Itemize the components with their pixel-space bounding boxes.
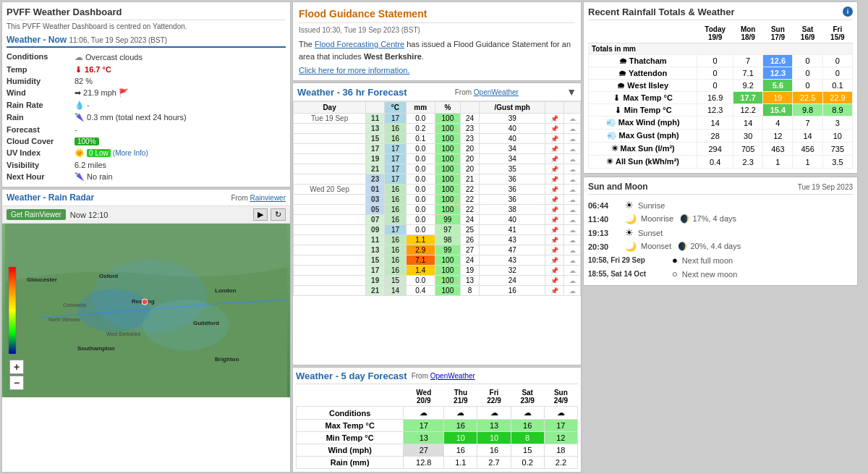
all-sun-fri: 3.5 — [822, 156, 852, 169]
forecast-hum-cell: 100 — [435, 154, 460, 164]
humidity-value: 82 % — [75, 76, 286, 86]
westilsley-today: 0 — [697, 80, 733, 92]
max-gust-sun: 12 — [763, 130, 793, 143]
f5-row-label: Max Temp °C — [297, 420, 404, 432]
forecast-icon1-cell: 📌 — [545, 266, 564, 276]
forecast-rain-cell: 1.4 — [406, 266, 435, 276]
westilsley-label: 🌧 West Ilsley — [589, 80, 697, 92]
forecast-day-cell — [294, 266, 366, 276]
get-rainviewer-button[interactable]: Get RainViewer — [7, 209, 66, 220]
table-row: 13 16 2.9 99 27 47 📌 ☁ — [294, 245, 581, 255]
yattendon-label: 🌧 Yattendon — [589, 67, 697, 80]
forecast-time-cell: 01 — [366, 185, 385, 195]
flood-forecasting-centre-link[interactable]: Flood Forecasting Centre — [315, 40, 404, 48]
forecast-day-cell — [294, 124, 366, 134]
forecast-wind-cell: 25 — [460, 225, 479, 235]
uv-badge: 0 Low — [87, 149, 111, 157]
forecast36-source-link[interactable]: OpenWeather — [474, 88, 519, 96]
min-temp-today: 12.3 — [697, 104, 733, 117]
zoom-in-button[interactable]: + — [9, 360, 24, 374]
forecast-temp-cell: 16 — [385, 235, 407, 245]
f5-cell: 17 — [404, 420, 444, 432]
radar-controls: ▶ ↻ — [253, 208, 286, 221]
zoom-out-button[interactable]: − — [9, 376, 24, 390]
radar-play-button[interactable]: ▶ — [253, 208, 268, 221]
forecast-time-cell: 03 — [366, 195, 385, 205]
forecast-rain-cell: 0.0 — [406, 154, 435, 164]
forecast-rain-cell: 0.0 — [406, 215, 435, 225]
table-row: 17 17 0.0 100 20 34 📌 ☁ — [294, 144, 581, 154]
forecast-icon1-cell: 📌 — [545, 185, 564, 195]
rain-gauge-icon: 🌧 — [619, 56, 627, 65]
max-wind-label: 💨 Max Wind (mph) — [589, 117, 697, 130]
forecast-day-cell: Wed 20 Sep — [294, 185, 366, 195]
conditions-value: ☁ Overcast clouds — [75, 51, 286, 63]
wind-pin-icon: 📌 — [550, 176, 558, 183]
forecast5-from: From OpenWeather — [412, 372, 475, 380]
forecast-gust-cell: 40 — [480, 215, 545, 225]
totals-header: Totals in mm — [589, 43, 853, 55]
forecast-icon1-cell: 📌 — [545, 215, 564, 225]
f5-cell: 10 — [477, 432, 511, 444]
uv-more-link[interactable]: (More Info) — [113, 149, 148, 157]
cloud-cover-badge: 100% — [75, 137, 99, 145]
forecast-icon2-cell: ☁ — [564, 195, 581, 205]
radar-refresh-button[interactable]: ↻ — [271, 208, 286, 221]
forecast-gust-cell: 34 — [480, 154, 545, 164]
max-sun-sun: 463 — [763, 143, 793, 156]
forecast36-scroll[interactable]: Day °C mm % /Gust mph Tue 19 Sep — [293, 101, 581, 296]
sunset-row: 19:13 ☀ Sunset — [588, 226, 853, 240]
f5-cell: ☁ — [544, 407, 577, 420]
forecast-temp-cell: 16 — [385, 255, 407, 266]
forecast-gust-cell: 43 — [480, 235, 545, 245]
table-row: 07 16 0.0 99 24 40 📌 ☁ — [294, 215, 581, 225]
max-sun-today: 294 — [697, 143, 733, 156]
forecast-icon1-cell: 📌 — [545, 276, 564, 286]
svg-point-14 — [142, 299, 148, 305]
forecast-gust-cell: 36 — [480, 174, 545, 185]
forecast-gust-cell: 36 — [480, 195, 545, 205]
forecast-hum-cell: 100 — [435, 195, 460, 205]
thatcham-label: 🌧 Thatcham — [589, 55, 697, 67]
forecast-wind-cell: 26 — [460, 235, 479, 245]
cloud-small-icon: ☁ — [569, 267, 576, 274]
forecast36-toggle-button[interactable]: ▼ — [566, 86, 576, 98]
forecast-time-cell: 23 — [366, 174, 385, 185]
forecast-day-cell — [294, 225, 366, 235]
forecast-time-cell: 11 — [366, 235, 385, 245]
yattendon-fri: 0 — [822, 67, 852, 80]
info-icon[interactable]: i — [843, 7, 853, 17]
min-temp-sun: 15.4 — [763, 104, 793, 117]
cloud-small-icon: ☁ — [569, 257, 576, 264]
moonset-icon: 🌙 — [625, 241, 637, 252]
westilsley-sat: 0 — [793, 80, 822, 92]
forecast-icon1-cell: 📌 — [545, 164, 564, 174]
forecast-day-cell — [294, 144, 366, 154]
wind-pin-icon: 📌 — [550, 257, 558, 264]
flood-more-info-link[interactable]: Click here for more information. — [299, 66, 409, 75]
forecast-time-cell: 15 — [366, 255, 385, 266]
sun-max-icon: ☀ — [611, 144, 618, 153]
forecast-icon1-cell: 📌 — [545, 154, 564, 164]
forecast-gust-cell: 32 — [480, 266, 545, 276]
forecast-time-cell: 17 — [366, 266, 385, 276]
f5-cell: 0.2 — [511, 457, 544, 469]
sun-moon-title: Sun and Moon Tue 19 Sep 2023 — [588, 182, 853, 195]
f5-cell: ☁ — [511, 407, 544, 420]
now-grid: Conditions ☁ Overcast clouds Temp 🌡 16.7… — [7, 51, 286, 182]
f5-cell: 16 — [477, 444, 511, 457]
thermometer-max-icon: 🌡 — [613, 93, 621, 102]
radar-source-link[interactable]: Rainviewer — [250, 194, 286, 202]
svg-text:London: London — [215, 287, 236, 294]
wind-arrow-icon: ➡ — [75, 88, 81, 97]
forecast5-source-link[interactable]: OpenWeather — [430, 372, 475, 380]
rf-col-empty — [589, 24, 697, 43]
sun-moon-date: Tue 19 Sep 2023 — [798, 183, 853, 191]
new-moon-icon: ○ — [672, 268, 678, 279]
humidity-label: Humidity — [7, 76, 72, 86]
forecast5-table: Wed20/9 Thu21/9 Fri22/9 Sat23/9 Sun24/9 … — [296, 387, 578, 469]
forecast-temp-cell: 16 — [385, 185, 407, 195]
forecast36-from: From OpenWeather — [455, 88, 519, 96]
forecast-hum-cell: 100 — [435, 144, 460, 154]
forecast-rain-cell: 7.1 — [406, 255, 435, 266]
